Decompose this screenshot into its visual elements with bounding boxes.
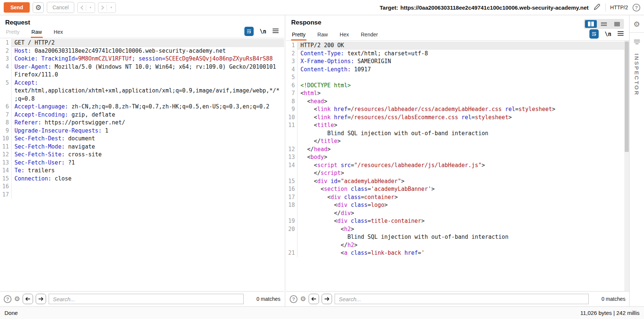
search-help-icon[interactable]: ?: [290, 295, 297, 303]
edit-target-button[interactable]: [593, 3, 601, 12]
menu-icon[interactable]: [617, 31, 624, 38]
tab-render[interactable]: Render: [360, 30, 379, 40]
line-number: 12: [0, 151, 11, 159]
request-searchbar: ? ⚙ 0 matches: [0, 291, 284, 306]
scrollbar[interactable]: [624, 41, 629, 291]
layout-columns-button[interactable]: [585, 20, 597, 28]
editor-line: 18 <div class=logo>: [286, 201, 629, 209]
scrollbar-thumb[interactable]: [625, 42, 629, 152]
word-wrap-toggle[interactable]: [589, 29, 599, 39]
forward-request-button[interactable]: ▾: [98, 2, 116, 13]
line-number: 3: [286, 58, 297, 66]
tab-raw[interactable]: Raw: [31, 27, 43, 38]
divider: [605, 3, 606, 12]
response-title: Response: [291, 19, 321, 26]
inspector-filter-icon[interactable]: [633, 39, 641, 47]
editor-line: 8Referer: https://portswigger.net/: [0, 119, 284, 127]
response-searchbar: ? ⚙ 0 matches: [286, 291, 629, 306]
editor-line: 15 <div id="academyLabHeader">: [286, 178, 629, 186]
request-editor[interactable]: 1GET / HTTP/22Host: 0aa2006303118ee2c497…: [0, 38, 284, 291]
editor-line: Firefox/111.0: [0, 71, 284, 79]
editor-line: 6Accept-Language: zh-CN,zh;q=0.8,zh-TW;q…: [0, 103, 284, 111]
send-settings-button[interactable]: ⚙: [33, 2, 44, 13]
columns-icon: [588, 22, 591, 26]
line-number: 13: [0, 159, 11, 167]
editor-line: </h2>: [286, 241, 629, 250]
main-split: Request Pretty Raw Hex \n 1GET / HTTP/22…: [0, 15, 644, 306]
dropdown-caret-icon[interactable]: ▾: [107, 3, 116, 13]
editor-line: 4User-Agent: Mozilla/5.0 (Windows NT 10.…: [0, 63, 284, 71]
editor-line: </title>: [286, 137, 629, 146]
response-editor[interactable]: 1HTTP/2 200 OK2Content-Type: text/html; …: [286, 41, 629, 291]
editor-line: 17: [0, 191, 284, 199]
editor-line: 7<html>: [286, 89, 629, 98]
help-icon[interactable]: ?: [632, 4, 640, 12]
tab-raw[interactable]: Raw: [317, 30, 329, 40]
editor-line: 10 <link href=/resources/css/labsEcommer…: [286, 114, 629, 122]
menu-icon[interactable]: [272, 28, 279, 35]
search-settings-icon[interactable]: ⚙: [300, 296, 306, 302]
search-next-button[interactable]: [322, 294, 332, 304]
layout-rows-button[interactable]: [598, 20, 610, 28]
editor-line: 12 </head>: [286, 146, 629, 154]
line-number: 15: [0, 175, 11, 183]
search-prev-button[interactable]: [309, 294, 319, 304]
line-number: [286, 137, 297, 146]
newline-icon[interactable]: \n: [605, 31, 611, 38]
dropdown-caret-icon[interactable]: ▾: [86, 3, 95, 13]
line-number: 3: [0, 55, 11, 63]
editor-line: 12Sec-Fetch-Site: cross-site: [0, 151, 284, 159]
editor-line: 9 <link href=/resources/labheader/css/ac…: [286, 105, 629, 114]
search-settings-icon[interactable]: ⚙: [14, 296, 20, 302]
search-help-icon[interactable]: ?: [4, 295, 12, 303]
line-number: 10: [286, 114, 297, 122]
send-button[interactable]: Send: [4, 2, 30, 13]
editor-line: 5Accept:: [0, 79, 284, 87]
wrap-icon: [246, 28, 252, 35]
line-number: 14: [0, 167, 11, 175]
line-number: [286, 130, 297, 138]
line-number: 9: [286, 105, 297, 114]
tab-hex[interactable]: Hex: [339, 30, 350, 40]
editor-line: 10Sec-Fetch-Dest: document: [0, 135, 284, 143]
rows-icon: [601, 22, 607, 26]
editor-line: 13Sec-Fetch-User: ?1: [0, 159, 284, 167]
cancel-button[interactable]: Cancel: [47, 2, 74, 13]
inspector-rail: ⚙ INSPECTOR: [629, 15, 644, 306]
line-number: [0, 95, 11, 103]
search-prev-button[interactable]: [23, 294, 33, 304]
editor-line: 15Connection: close: [0, 175, 284, 183]
editor-line: ;q=0.8: [0, 95, 284, 103]
newline-icon[interactable]: \n: [260, 28, 266, 35]
layout-single-button[interactable]: [611, 20, 623, 28]
request-search-input[interactable]: [49, 294, 244, 304]
line-number: [286, 209, 297, 218]
line-number: 17: [286, 193, 297, 202]
line-number: 19: [286, 217, 297, 225]
editor-line: 20 <h2>: [286, 225, 629, 234]
tab-pretty[interactable]: Pretty: [291, 30, 306, 40]
tab-pretty[interactable]: Pretty: [5, 27, 20, 38]
editor-line: 14Te: trailers: [0, 167, 284, 175]
line-number: 5: [0, 79, 11, 87]
response-search-input[interactable]: [335, 294, 589, 304]
editor-line: 14 <script src="/resources/labheader/js/…: [286, 162, 629, 170]
line-number: 16: [0, 183, 11, 191]
response-match-count: 0 matches: [595, 296, 625, 302]
back-request-button[interactable]: ▾: [77, 2, 95, 13]
layout-toggle-group: [584, 19, 624, 29]
search-next-button[interactable]: [36, 294, 46, 304]
inspector-label[interactable]: INSPECTOR: [634, 53, 640, 96]
line-number: [0, 87, 11, 95]
word-wrap-toggle[interactable]: [244, 27, 254, 36]
response-pane: Response Pretty Raw Hex Render: [286, 15, 629, 306]
request-tabs: Pretty Raw Hex \n: [0, 27, 284, 38]
inspector-settings-button[interactable]: ⚙: [630, 15, 644, 33]
chevron-left-icon: [78, 3, 86, 13]
editor-line: 17 <div class=container>: [286, 193, 629, 202]
editor-line: 21 <a class=link-back href=': [286, 249, 629, 257]
protocol-label[interactable]: HTTP/2: [610, 4, 628, 10]
tab-hex[interactable]: Hex: [53, 27, 64, 38]
editor-line: 19 <div class=title-container>: [286, 217, 629, 225]
editor-line: 7Accept-Encoding: gzip, deflate: [0, 111, 284, 119]
